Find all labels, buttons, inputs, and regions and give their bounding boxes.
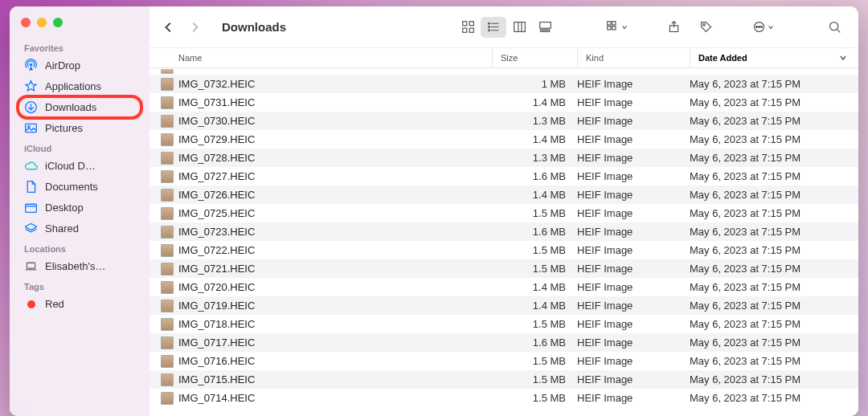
zoom-window-button[interactable] [53,18,63,27]
file-row[interactable]: IMG_0723.HEIC1.6 MBHEIF ImageMay 6, 2023… [149,222,858,241]
sidebar-item-shared[interactable]: Shared [10,218,149,239]
file-date-added: May 6, 2023 at 7:15 PM [690,336,858,349]
desktop-icon [24,201,38,214]
icon-view-button[interactable] [455,17,481,38]
file-date-added: May 6, 2023 at 7:15 PM [690,263,858,275]
sidebar-item-label: Desktop [45,202,84,214]
sidebar-section-header: Favorites [10,39,149,55]
file-thumbnail-icon [161,355,174,368]
file-size: 1.3 MB [497,115,577,127]
file-name: IMG_0725.HEIC [178,207,497,219]
column-header-size[interactable]: Size [492,48,577,67]
svg-point-34 [758,27,760,28]
file-row[interactable]: IMG_0727.HEIC1.6 MBHEIF ImageMay 6, 2023… [149,167,858,186]
file-size: 1.5 MB [497,244,577,256]
file-name: IMG_0732.HEIC [178,78,497,90]
file-row[interactable]: IMG_0717.HEIC1.6 MBHEIF ImageMay 6, 2023… [149,333,858,352]
sidebar-item-icloud-d-[interactable]: iCloud D… [10,156,149,176]
file-kind: HEIF Image [577,300,690,312]
file-size: 1.4 MB [497,189,577,201]
file-row[interactable]: IMG_0715.HEIC1.5 MBHEIF ImageMay 6, 2023… [149,370,858,389]
file-row[interactable]: IMG_0719.HEIC1.4 MBHEIF ImageMay 6, 2023… [149,296,858,315]
gallery-view-button[interactable] [532,17,558,38]
action-menu-button[interactable] [746,17,780,38]
file-name: IMG_0714.HEIC [178,392,497,404]
file-row[interactable]: IMG_0732.HEIC1 MBHEIF ImageMay 6, 2023 a… [149,75,858,93]
sidebar-item-airdrop[interactable]: AirDrop [10,55,149,75]
sidebar-item-desktop[interactable]: Desktop [10,198,149,218]
file-date-added: May 6, 2023 at 7:15 PM [690,281,858,293]
file-kind: HEIF Image [577,207,690,219]
file-row[interactable]: IMG_0722.HEIC1.5 MBHEIF ImageMay 6, 2023… [149,241,858,259]
svg-rect-25 [607,22,610,25]
sidebar-item-elisabeth-s-[interactable]: Elisabeth's… [10,256,149,276]
file-thumbnail-icon [161,170,174,183]
file-thumbnail-icon [161,300,174,312]
svg-rect-24 [547,30,550,32]
chevron-down-icon [839,54,847,62]
file-kind: HEIF Image [577,318,690,330]
svg-rect-23 [543,30,546,32]
file-row[interactable]: IMG_0721.HEIC1.5 MBHEIF ImageMay 6, 2023… [149,259,858,278]
file-name: IMG_0726.HEIC [178,189,497,201]
file-row[interactable]: IMG_0730.HEIC1.3 MBHEIF ImageMay 6, 2023… [149,112,858,130]
minimize-window-button[interactable] [37,18,47,27]
file-date-added: May 6, 2023 at 7:15 PM [690,152,858,164]
file-kind: HEIF Image [577,78,690,90]
share-button[interactable] [661,17,686,38]
column-header-name[interactable]: Name [178,53,492,63]
file-name: IMG_0717.HEIC [178,336,497,349]
svg-rect-27 [607,27,610,30]
file-row[interactable]: IMG_0728.HEIC1.3 MBHEIF ImageMay 6, 2023… [149,149,858,167]
file-name: IMG_0727.HEIC [178,170,497,182]
column-header-date-added[interactable]: Date Added [690,48,858,67]
file-row[interactable]: IMG_0716.HEIC1.5 MBHEIF ImageMay 6, 2023… [149,352,858,370]
sidebar-item-pictures[interactable]: Pictures [10,118,149,138]
file-row[interactable]: IMG_0731.HEIC1.4 MBHEIF ImageMay 6, 2023… [149,93,858,112]
file-row[interactable]: IMG_0729.HEIC1.4 MBHEIF ImageMay 6, 2023… [149,130,858,149]
tags-button[interactable] [693,17,719,38]
column-header-kind[interactable]: Kind [577,48,690,67]
svg-line-37 [837,30,839,32]
svg-rect-7 [27,263,35,268]
svg-point-33 [755,27,757,28]
list-view-button[interactable] [481,17,506,38]
file-kind: HEIF Image [577,373,690,385]
sidebar-item-documents[interactable]: Documents [10,177,149,197]
column-view-button[interactable] [506,17,532,38]
file-size: 1.5 MB [497,318,577,330]
group-by-button[interactable] [600,17,633,38]
back-button[interactable] [158,16,180,39]
file-date-added: May 6, 2023 at 7:15 PM [690,226,858,238]
file-row[interactable]: IMG_0714.HEIC1.5 MBHEIF ImageMay 6, 2023… [149,389,858,407]
file-row[interactable]: IMG_0725.HEIC1.5 MBHEIF ImageMay 6, 2023… [149,204,858,222]
file-row[interactable]: IMG_0726.HEIC1.4 MBHEIF ImageMay 6, 2023… [149,186,858,204]
file-date-added: May 6, 2023 at 7:15 PM [690,355,858,367]
sidebar-item-downloads[interactable]: Downloads [10,97,149,117]
file-name: IMG_0730.HEIC [178,115,497,127]
file-size: 1.6 MB [497,336,577,349]
file-name: IMG_0715.HEIC [178,373,497,385]
svg-rect-21 [539,22,551,29]
sidebar-item-label: iCloud D… [45,160,96,172]
file-size: 1.3 MB [497,152,577,164]
file-date-added: May 6, 2023 at 7:15 PM [690,189,858,201]
laptop-icon [24,259,38,273]
search-button[interactable] [821,17,847,38]
svg-rect-5 [26,204,37,212]
close-window-button[interactable] [21,18,31,27]
shared-icon [24,222,38,235]
file-thumbnail-icon [161,281,174,294]
sidebar-section-header: iCloud [10,139,149,155]
file-row[interactable]: IMG_0718.HEIC1.5 MBHEIF ImageMay 6, 2023… [149,315,858,333]
forward-button[interactable] [183,16,206,39]
file-date-added: May 6, 2023 at 7:15 PM [690,318,858,330]
file-thumbnail-icon [161,392,174,405]
file-size: 1.5 MB [497,373,577,385]
sidebar-item-applications[interactable]: Applications [10,76,149,96]
file-row[interactable] [149,68,858,75]
file-size: 1 MB [497,78,577,90]
file-row[interactable]: IMG_0720.HEIC1.4 MBHEIF ImageMay 6, 2023… [149,278,858,296]
file-list[interactable]: IMG_0732.HEIC1 MBHEIF ImageMay 6, 2023 a… [149,68,858,416]
sidebar-item-red[interactable]: Red [10,294,149,314]
